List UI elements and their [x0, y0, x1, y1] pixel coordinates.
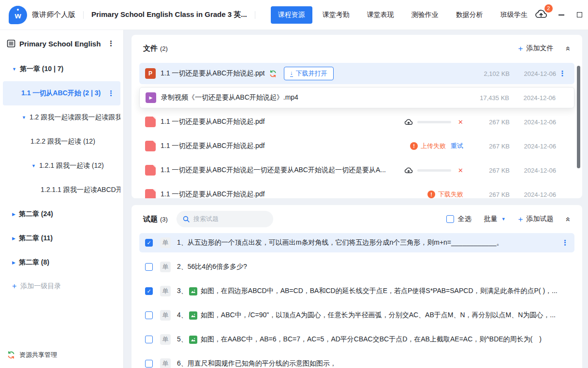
- nav-tabs: 课程资源 课堂考勤 课堂表现 测验作业 数据分析 班级学生: [271, 6, 535, 24]
- maximize-button[interactable]: [575, 11, 584, 19]
- caret-right-icon[interactable]: ▶: [12, 260, 15, 265]
- question-type-badge: 单: [160, 286, 171, 296]
- file-row-pdf-uploading[interactable]: 1.1 一切还是要从ABC开始说起.pdf ✕ 267 KB 2024-12-0…: [139, 111, 574, 132]
- question-row-4[interactable]: 单 4、 如图，ABC中，/C=90"，以顶点A为圆心，任意长为半径画弧，分别交…: [139, 306, 574, 325]
- file-row-pdf-long-uploading[interactable]: 1.1 一切还是要从ABC开始说起一切还是要从ABC开始说起一切还是要从A...…: [139, 160, 574, 181]
- minimize-button[interactable]: [557, 11, 566, 19]
- tab-data-analysis[interactable]: 数据分析: [449, 6, 490, 24]
- cancel-upload-icon[interactable]: ✕: [458, 167, 463, 174]
- tree-item-label: 1.2.1.1 跟我一起读ABCD开...: [41, 186, 120, 194]
- retry-button[interactable]: 重试: [451, 142, 463, 150]
- tab-class-attendance[interactable]: 课堂考勤: [315, 6, 357, 24]
- question-row-6[interactable]: 单 6、 用直尺和圆规作已知角的平分线的示意图如图示，: [139, 354, 574, 368]
- tree-item-chapter1[interactable]: ▼ 第一章 (10 | 7): [3, 57, 120, 81]
- download-icon: ↓: [290, 70, 293, 77]
- caret-right-icon[interactable]: ▶: [12, 212, 15, 217]
- question-type-badge: 单: [160, 358, 171, 368]
- question-text: 如图，ABC中，/C=90"，以顶点A为圆心，任意长为半径画弧，分别交AC、AB…: [201, 311, 556, 320]
- question-search-input[interactable]: 搜索试题: [176, 211, 273, 227]
- tree-item-label: 第二章 (24): [19, 210, 53, 219]
- question-checkbox-checked[interactable]: ✓: [145, 287, 153, 295]
- add-file-button[interactable]: + 添加文件: [518, 44, 554, 53]
- question-text: 如图，在四边形ABCD中，AB=CD，BA和CD的延长线交于点E，若点P使得S*…: [201, 287, 558, 295]
- download-open-label: 下载并打开: [296, 69, 327, 78]
- upload-count-badge: 2: [544, 4, 553, 13]
- upload-failed-group: ! 上传失败 重试: [410, 142, 463, 150]
- tree-item-chapter2c[interactable]: ▶ 第二章 (8): [3, 250, 120, 275]
- image-attachment-icon: [189, 311, 197, 320]
- tree-item-1-1-selected[interactable]: 1.1 一切从ABC开始 (2 | 3) ⋮: [3, 81, 120, 105]
- file-row-mp4[interactable]: ▶ 录制视频《一切还是要从ABC开始说起》.mp4 17,435 KB 2024…: [139, 87, 574, 108]
- files-scrollbar-thumb[interactable]: [577, 66, 580, 168]
- question-text: 如图，在AABC中，AB=6，BC=7，AC=5，AD平分CBAC交BC于点D，…: [201, 335, 542, 344]
- question-row-5[interactable]: 单 5、 如图，在AABC中，AB=6，BC=7，AC=5，AD平分CBAC交B…: [139, 330, 574, 349]
- pdf-file-icon: [145, 165, 156, 176]
- tab-class-students[interactable]: 班级学生: [493, 6, 535, 24]
- tree-item-1-2-1[interactable]: ▼ 1.2.1 跟我一起读 (12): [3, 154, 120, 178]
- select-all-control[interactable]: 全选: [446, 215, 471, 223]
- question-number: 2、: [177, 263, 188, 271]
- file-row-ppt[interactable]: P 1.1 一切还是要从ABC开始说起.ppt ↓ 下载并打开 2,102 KB: [139, 63, 574, 84]
- question-checkbox[interactable]: [145, 360, 153, 368]
- download-open-button[interactable]: ↓ 下载并打开: [284, 67, 334, 80]
- tree-item-chapter2a[interactable]: ▶ 第二章 (24): [3, 202, 120, 226]
- sidebar-header: Primary School English ... ⋮: [0, 30, 123, 57]
- select-all-checkbox[interactable]: [446, 215, 454, 223]
- question-text: 从五边形的一个顶点出发，可以画出m条对角线，它们将五边形分成n个三角形，则m+n…: [188, 238, 503, 247]
- resource-share-manage-button[interactable]: 资源共享管理: [0, 342, 123, 368]
- maximize-icon: [577, 12, 582, 17]
- main-area: 文件 (2) + 添加文件 « P 1.1 一切还是要从ABC开始说起.ppt: [124, 30, 588, 368]
- caret-down-icon[interactable]: ▼: [22, 115, 26, 120]
- resource-share-label: 资源共享管理: [19, 351, 57, 359]
- question-checkbox[interactable]: [145, 311, 153, 319]
- file-row-pdf-download-failed[interactable]: 1.1 一切还是要从ABC开始说起.pdf ! 下载失败 267 KB 2024…: [139, 184, 574, 198]
- question-checkbox[interactable]: [145, 263, 153, 271]
- tree-item-1-2[interactable]: ▼ 1.2 跟我一起读跟我一起读跟我...: [3, 105, 120, 130]
- search-icon: [183, 216, 190, 222]
- caret-right-icon[interactable]: ▶: [12, 236, 15, 241]
- tree-item-1-2-2[interactable]: 1.2.2 跟我一起读 (12): [3, 130, 120, 154]
- question-row-2[interactable]: 单 2、 56比4的6倍多多少?: [139, 257, 574, 277]
- file-name: 1.1 一切还是要从ABC开始说起一切还是要从ABC开始说起一切还是要从A...: [161, 166, 386, 175]
- question-type-badge: 单: [160, 262, 171, 272]
- file-name: 1.1 一切还是要从ABC开始说起.pdf: [161, 190, 265, 198]
- tab-course-resources[interactable]: 课程资源: [271, 6, 312, 24]
- titlebar: w 微讲师个人版 Primary School English Class in…: [0, 0, 588, 30]
- tree-item-label: 1.2.1 跟我一起读 (12): [39, 162, 104, 170]
- files-header-right: + 添加文件 «: [518, 44, 571, 53]
- tree-item-kebab-icon[interactable]: ⋮: [107, 89, 115, 98]
- caret-down-icon[interactable]: ▼: [31, 163, 36, 168]
- cancel-upload-icon[interactable]: ✕: [458, 118, 463, 126]
- cloud-upload-button[interactable]: 2: [535, 9, 547, 21]
- tree-item-1-2-1-1[interactable]: 1.2.1.1 跟我一起读ABCD开...: [3, 178, 120, 202]
- app-name: 微讲师个人版: [32, 10, 75, 19]
- warning-icon: !: [410, 142, 418, 150]
- file-row-right: ✕ 267 KB 2024-12-06: [404, 118, 569, 126]
- question-row-1[interactable]: ✓ 单 1、 从五边形的一个顶点出发，可以画出m条对角线，它们将五边形分成n个三…: [139, 233, 574, 252]
- question-number: 4、: [177, 311, 188, 320]
- tree-item-chapter2b[interactable]: ▶ 第二章 (11): [3, 226, 120, 250]
- file-kebab-icon[interactable]: ⋮: [559, 69, 566, 77]
- question-checkbox[interactable]: [145, 336, 153, 343]
- cloud-upload-icon: [404, 167, 413, 174]
- question-row-3[interactable]: ✓ 单 3、 如图，在四边形ABCD中，AB=CD，BA和CD的延长线交于点E，…: [139, 281, 574, 301]
- tab-quiz-homework[interactable]: 测验作业: [404, 6, 446, 24]
- video-file-icon: ▶: [146, 92, 156, 103]
- question-kebab-icon[interactable]: ⋮: [557, 238, 569, 247]
- file-size: 267 KB: [471, 118, 510, 126]
- collapse-files-icon[interactable]: «: [564, 46, 573, 50]
- image-attachment-icon: [189, 336, 197, 344]
- collapse-questions-icon[interactable]: «: [564, 217, 573, 221]
- caret-down-icon[interactable]: ▼: [12, 67, 16, 72]
- sidebar-kebab-icon[interactable]: ⋮: [105, 39, 117, 48]
- tab-class-performance[interactable]: 课堂表现: [360, 6, 401, 24]
- file-list: P 1.1 一切还是要从ABC开始说起.ppt ↓ 下载并打开 2,102 KB: [132, 62, 582, 198]
- add-question-button[interactable]: + 添加试题: [518, 215, 554, 223]
- add-top-level-chapter-button[interactable]: + 添加一级目录: [3, 275, 120, 298]
- question-checkbox-checked[interactable]: ✓: [145, 239, 153, 247]
- pdf-file-icon: [145, 141, 156, 151]
- file-row-pdf-upload-failed[interactable]: 1.1 一切还是要从ABC开始说起.pdf ! 上传失败 重试 267 KB 2…: [139, 135, 574, 157]
- file-size: 267 KB: [471, 191, 510, 198]
- batch-dropdown[interactable]: 批量 ▼: [484, 215, 506, 223]
- file-date: 2024-12-06: [510, 191, 556, 198]
